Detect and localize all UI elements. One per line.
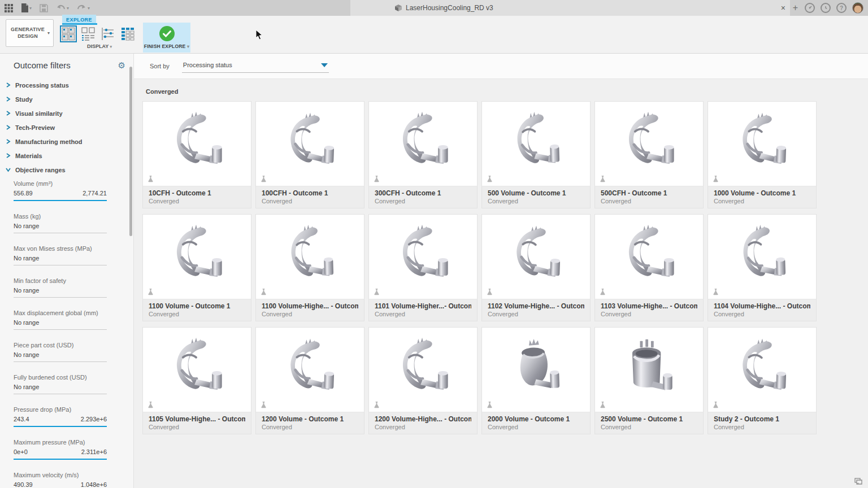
outcome-card-footer: 1103 Volume-Highe... - Outcome 1 Converg… xyxy=(595,299,703,321)
outcome-3d-preview xyxy=(270,220,350,294)
display-table-view-button[interactable] xyxy=(119,25,136,42)
chevron-right-icon xyxy=(6,139,11,144)
display-scatter-chart-view-button[interactable] xyxy=(99,25,116,42)
outcome-card[interactable]: 1104 Volume-Highe... - Outcome 1 Converg… xyxy=(708,214,817,321)
app-grid-icon[interactable] xyxy=(5,4,13,12)
new-tab-button[interactable]: + xyxy=(793,3,798,12)
outcomes-content: Converged 10CFH - Outcome 1 Converged 10… xyxy=(134,79,868,488)
save-button[interactable] xyxy=(40,4,48,12)
outcome-title: 1200 Volume - Outcome 1 xyxy=(262,415,358,423)
filter-section-header[interactable]: Visual similarity xyxy=(0,106,133,120)
study-flask-icon xyxy=(374,288,380,295)
range-label: Max displacement global (mm) xyxy=(14,310,107,316)
outcome-card[interactable]: 1200 Volume-Highe... - Outcome 1 Converg… xyxy=(368,327,478,434)
filter-section-label: Objective ranges xyxy=(15,167,66,173)
recent-icon[interactable] xyxy=(821,3,831,13)
outcome-card[interactable]: 2000 Volume - Outcome 1 Converged xyxy=(481,327,591,434)
outcome-card[interactable]: 1102 Volume-Highe... - Outcome 1 Converg… xyxy=(481,214,591,321)
outcome-card[interactable]: 1105 Volume-Highe... - Outcome 1 Converg… xyxy=(142,327,251,434)
file-menu-button[interactable]: ▾ xyxy=(21,3,32,12)
sidebar-scrollbar[interactable] xyxy=(129,67,132,236)
filter-section-header[interactable]: Objective ranges xyxy=(0,163,133,177)
outcome-card[interactable]: 500 Volume - Outcome 1 Converged xyxy=(481,101,591,208)
outcome-card-footer: 1100 Volume - Outcome 1 Converged xyxy=(143,299,251,321)
outcome-card-footer: 300CFH - Outcome 1 Converged xyxy=(369,186,477,208)
sort-by-label: Sort by xyxy=(150,63,170,69)
outcome-title: 300CFH - Outcome 1 xyxy=(375,189,471,197)
redo-button[interactable]: ▾ xyxy=(77,5,90,12)
undo-button[interactable]: ▾ xyxy=(56,5,69,12)
outcome-filters-title: Outcome filters xyxy=(14,60,71,70)
display-thumbnail-properties-view-button[interactable] xyxy=(80,25,97,42)
outcome-card[interactable]: 1100 Volume - Outcome 1 Converged xyxy=(142,214,251,321)
range-slider[interactable]: No range xyxy=(14,319,107,330)
finish-check-icon xyxy=(159,26,175,41)
range-slider[interactable]: 556.89 2,774.21 xyxy=(14,190,107,201)
range-label: Fully burdened cost (USD) xyxy=(14,374,107,381)
outcome-card[interactable]: 1101 Volume-Higher...- Outcome 1 Converg… xyxy=(368,214,478,321)
outcome-title: 1103 Volume-Highe... - Outcome 1 xyxy=(601,302,697,310)
study-flask-icon xyxy=(600,401,606,408)
range-slider[interactable]: No range xyxy=(14,384,107,394)
user-avatar[interactable] xyxy=(852,2,863,14)
filter-section-label: Manufacturing method xyxy=(15,138,83,145)
close-tab-button[interactable]: × xyxy=(781,0,785,16)
redo-caret-icon[interactable]: ▾ xyxy=(88,6,90,11)
workspace-caret-icon: ▾ xyxy=(47,30,50,36)
filter-section-header[interactable]: Processing status xyxy=(0,78,133,92)
study-flask-icon xyxy=(600,288,606,295)
toolbar: GENERATIVE DESIGN ▾ EXPLORE DISPLAY ▾ xyxy=(0,16,868,54)
outcome-3d-preview xyxy=(155,221,240,293)
range-slider[interactable]: No range xyxy=(14,223,107,233)
range-slider[interactable]: 490.39 1.048e+6 xyxy=(14,481,107,488)
gear-icon[interactable]: ⚙ xyxy=(118,61,125,69)
outcome-card[interactable]: 1103 Volume-Highe... - Outcome 1 Converg… xyxy=(594,214,704,321)
workspace-switcher-button[interactable]: GENERATIVE DESIGN ▾ xyxy=(6,19,54,47)
range-label: Volume (mm³) xyxy=(14,180,107,187)
filter-section-header[interactable]: Tech-Preview xyxy=(0,120,133,134)
outcome-status: Converged xyxy=(262,198,358,204)
outcome-3d-preview xyxy=(607,221,692,293)
undo-caret-icon[interactable]: ▾ xyxy=(67,6,69,11)
help-icon[interactable]: ? xyxy=(836,3,847,13)
range-slider[interactable]: No range xyxy=(14,255,107,265)
outcome-card[interactable]: 2500 Volume - Outcome 1 Converged xyxy=(594,327,704,434)
objective-range-group: Maximum velocity (m/s) 490.39 1.048e+6 xyxy=(14,472,107,488)
outcome-card[interactable]: 1200 Volume - Outcome 1 Converged xyxy=(255,327,364,434)
filter-section-header[interactable]: Manufacturing method xyxy=(0,134,133,149)
range-label: Maximum velocity (m/s) xyxy=(14,472,107,478)
outcome-card[interactable]: 1000 Volume - Outcome 1 Converged xyxy=(708,101,817,208)
chevron-down-icon xyxy=(321,63,328,67)
outcome-card[interactable]: 100CFH - Outcome 1 Converged xyxy=(255,101,364,208)
job-status-icon[interactable] xyxy=(805,3,815,13)
range-slider[interactable]: No range xyxy=(14,351,107,362)
feedback-icon[interactable] xyxy=(854,478,862,485)
outcome-card[interactable]: Study 2 - Outcome 1 Converged xyxy=(708,327,817,434)
display-thumbnail-view-button[interactable] xyxy=(60,25,77,42)
outcome-card[interactable]: 1100 Volume-Highe... - Outcome 1 Converg… xyxy=(255,214,364,321)
range-slider[interactable]: 0e+0 2.311e+6 xyxy=(14,448,107,460)
filter-section-header[interactable]: Materials xyxy=(0,149,133,163)
outcome-card[interactable]: 10CFH - Outcome 1 Converged xyxy=(142,101,251,208)
study-flask-icon xyxy=(147,401,154,408)
outcome-title: 1105 Volume-Highe... - Outcome 1 xyxy=(149,415,245,423)
outcome-status: Converged xyxy=(149,424,245,430)
outcome-thumbnail xyxy=(143,215,251,299)
study-flask-icon xyxy=(147,175,154,182)
filter-section-header[interactable]: Study xyxy=(0,92,133,106)
outcome-card[interactable]: 500CFH - Outcome 1 Converged xyxy=(594,101,704,208)
range-slider[interactable]: No range xyxy=(14,287,107,298)
sort-by-dropdown[interactable]: Processing status xyxy=(182,59,329,73)
outcome-thumbnail xyxy=(256,215,364,299)
study-flask-icon xyxy=(374,401,380,408)
finish-explore-button[interactable]: FINISH EXPLORE ▾ xyxy=(143,23,190,53)
sort-bar: Sort by Processing status xyxy=(134,54,868,79)
document-tab[interactable]: LaserHousingCooling_RD v3 × xyxy=(350,0,790,16)
outcome-card[interactable]: 300CFH - Outcome 1 Converged xyxy=(368,101,478,208)
display-dropdown[interactable]: DISPLAY ▾ xyxy=(60,43,139,49)
range-slider[interactable]: 243.4 2.293e+6 xyxy=(14,416,107,427)
outcome-thumbnail xyxy=(369,102,477,186)
outcome-thumbnail xyxy=(708,215,816,299)
outcome-card-footer: 500 Volume - Outcome 1 Converged xyxy=(482,186,590,208)
outcome-status: Converged xyxy=(714,311,810,317)
